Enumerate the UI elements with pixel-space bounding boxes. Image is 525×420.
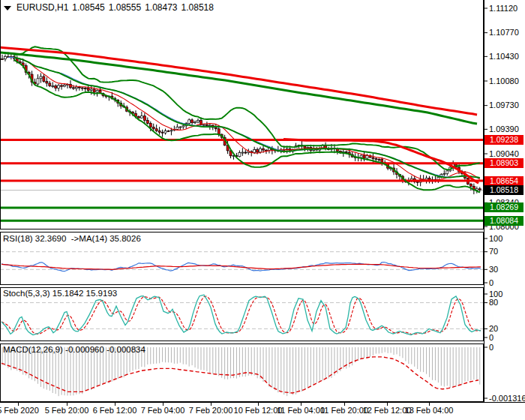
price-axis-label: 1.09390 <box>489 124 519 134</box>
ohlc-header: EURUSD,H11.085451.085551.084731.08518 <box>4 2 218 13</box>
time-axis-label: 10 Feb 12:00 <box>234 406 283 415</box>
time-axis-label: 13 Feb 04:00 <box>405 406 454 415</box>
stoch-axis-label: 100 <box>489 290 502 298</box>
macd-axis-label: 0 <box>489 343 494 352</box>
close-value: 1.08518 <box>182 2 214 13</box>
rsi-axis-label: 100 <box>489 234 502 243</box>
price-axis-label: 1.11120 <box>489 4 518 13</box>
time-axis-label: 11 Feb 04:00 <box>277 406 325 415</box>
chart-canvas[interactable] <box>0 0 525 420</box>
price-axis-label: 1.10430 <box>489 52 519 61</box>
price-axis-label: 1.10770 <box>489 28 519 37</box>
time-axis-label: 7 Feb 04:00 <box>141 406 185 415</box>
price-axis[interactable]: 1.111201.107701.104301.100801.097301.093… <box>484 0 525 403</box>
support-level-badge: 1.08084 <box>484 216 524 226</box>
resistance-level-badge: 1.09238 <box>484 135 524 145</box>
stoch-indicator-label: Stoch(5,3,3) 15.1842 15.9193 <box>3 289 117 298</box>
rsi-axis-label: 0 <box>489 278 494 287</box>
high-value: 1.08555 <box>109 2 141 13</box>
low-value: 1.08473 <box>145 2 177 13</box>
support-level-badge: 1.08269 <box>484 202 524 212</box>
open-value: 1.08545 <box>72 2 104 13</box>
macd-axis-label: -0.001316 <box>489 394 525 403</box>
symbol-period-label[interactable]: EURUSD,H1 <box>16 2 68 13</box>
time-axis-label: 6 Feb 12:00 <box>93 406 137 415</box>
rsi-axis-label: 30 <box>489 265 498 274</box>
price-axis-label: 1.09040 <box>489 149 519 158</box>
time-axis-label: 5 Feb 2020 <box>0 406 39 415</box>
resistance-level-badge: 1.08654 <box>484 176 524 186</box>
mt4-chart-window: EURUSD,H11.085451.085551.084731.08518 RS… <box>0 0 525 420</box>
time-axis-label: 5 Feb 20:00 <box>45 406 89 415</box>
rsi-indicator-label: RSI(18) 32.3690 ->MA(14) 35.8026 <box>3 234 141 243</box>
time-axis-label: 7 Feb 20:00 <box>189 406 233 415</box>
time-axis-label: 11 Feb 20:00 <box>320 406 368 415</box>
resistance-level-badge: 1.08903 <box>484 158 524 168</box>
symbol-dropdown-icon[interactable] <box>4 6 11 10</box>
rsi-axis-label: 70 <box>489 247 498 256</box>
stoch-axis-label: 20 <box>489 324 498 333</box>
stoch-axis-label: 0 <box>489 333 494 342</box>
current-price-badge: 1.08518 <box>484 185 524 195</box>
stoch-axis-label: 80 <box>489 298 498 307</box>
time-axis[interactable]: 5 Feb 20205 Feb 20:006 Feb 12:007 Feb 04… <box>0 403 525 420</box>
price-axis-label: 1.09730 <box>489 100 519 110</box>
macd-indicator-label: MACD(12,26,9) -0.000960 -0.000834 <box>3 345 146 354</box>
price-axis-label: 1.10080 <box>489 76 519 86</box>
